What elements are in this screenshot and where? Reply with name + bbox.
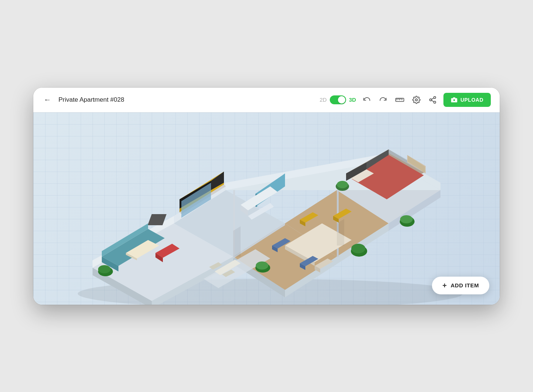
- svg-point-12: [453, 99, 455, 101]
- svg-point-65: [98, 265, 111, 273]
- view-3d-label: 3D: [349, 97, 356, 103]
- share-button[interactable]: [427, 94, 438, 105]
- view-mode-toggle[interactable]: [330, 95, 346, 104]
- svg-point-79: [351, 244, 365, 253]
- ruler-button[interactable]: [394, 94, 406, 105]
- settings-button[interactable]: [411, 94, 422, 105]
- redo-button[interactable]: [378, 94, 389, 105]
- svg-marker-89: [337, 219, 344, 246]
- upload-button[interactable]: UPLOAD: [443, 93, 491, 107]
- view-toggle: 2D 3D: [320, 95, 356, 104]
- toolbar-right: 2D 3D: [320, 93, 491, 107]
- view-2d-label: 2D: [320, 97, 327, 103]
- svg-point-85: [256, 261, 268, 270]
- upload-label: UPLOAD: [460, 97, 483, 103]
- add-item-button[interactable]: + ADD ITEM: [432, 277, 489, 294]
- page-title: Private Apartment #028: [58, 96, 124, 104]
- device-frame: ← Private Apartment #028 2D 3D: [33, 88, 500, 305]
- add-item-plus-icon: +: [442, 282, 447, 289]
- svg-point-87: [400, 215, 413, 223]
- svg-line-11: [432, 98, 434, 99]
- toolbar: ← Private Apartment #028 2D 3D: [33, 88, 500, 112]
- camera-icon: [451, 97, 457, 103]
- svg-point-53: [337, 181, 348, 188]
- add-item-label: ADD ITEM: [451, 282, 479, 288]
- svg-line-10: [432, 100, 434, 102]
- toolbar-left: ← Private Apartment #028: [42, 94, 314, 105]
- back-button[interactable]: ←: [42, 94, 53, 105]
- svg-point-6: [415, 99, 418, 101]
- toggle-knob: [338, 96, 345, 104]
- floorplan-container[interactable]: + ADD ITEM: [33, 112, 500, 305]
- svg-marker-88: [233, 226, 241, 257]
- floorplan-svg: [33, 112, 500, 305]
- undo-button[interactable]: [361, 94, 372, 105]
